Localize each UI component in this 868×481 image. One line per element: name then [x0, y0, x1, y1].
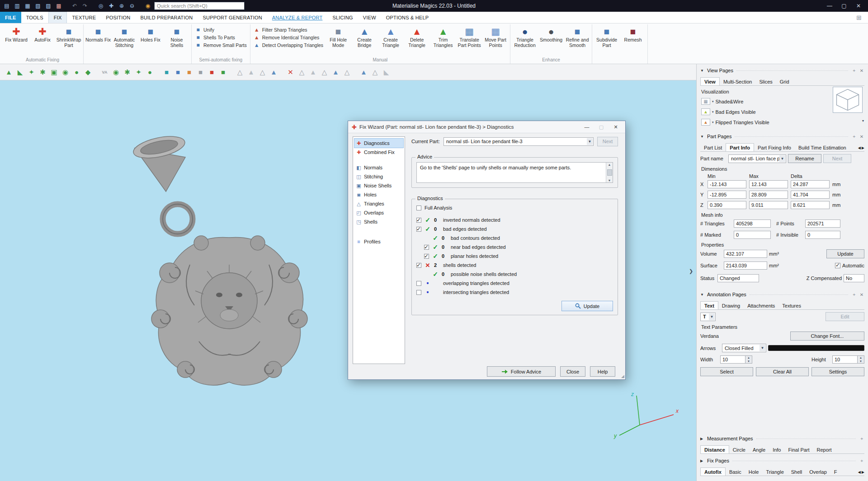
wizard-page-triangles[interactable]: Triangles [354, 199, 403, 208]
shells-to-parts-button[interactable]: Shells To Parts [195, 34, 247, 41]
diagnostic-checkbox[interactable] [416, 263, 421, 268]
menu-build-preparation[interactable]: BUILD PREPARATION [135, 12, 198, 23]
step-down-icon[interactable]: ▼ [858, 360, 864, 363]
marking-tool-icon[interactable]: ■ [184, 67, 194, 78]
wizard-page-combined-fix[interactable]: Combined Fix [354, 148, 403, 157]
part-name-combo[interactable]: normal stl- Lion face pe ▼ [728, 154, 786, 163]
dim-max-field[interactable]: 9.011 [749, 201, 788, 209]
tab-hole[interactable]: Hole [745, 468, 763, 476]
dialog-close-button[interactable]: ✕ [610, 122, 622, 131]
tab-text[interactable]: Text [700, 301, 718, 310]
scroll-thumb[interactable] [607, 169, 612, 176]
dropdown-arrow-icon[interactable]: ▾ [712, 110, 714, 114]
subdivide-part-button[interactable]: Subdivide Part [594, 24, 620, 49]
arrow-color-swatch[interactable] [768, 345, 864, 351]
marking-tool-icon[interactable]: ◉ [111, 67, 121, 78]
wizard-page-shells[interactable]: Shells [354, 217, 403, 226]
dropdown-arrow-icon[interactable]: ▾ [712, 121, 714, 124]
diagnostic-checkbox[interactable] [416, 281, 421, 286]
tab-part-info[interactable]: Part Info [726, 143, 754, 152]
settings-button[interactable]: Settings [811, 367, 864, 376]
measurement-pages-header[interactable]: Measurement Pages ＋ [700, 434, 864, 443]
tab-shell[interactable]: Shell [788, 468, 806, 476]
step-up-icon[interactable]: ▲ [745, 356, 752, 360]
close-icon[interactable]: ✕ [859, 292, 864, 297]
tab-drawing[interactable]: Drawing [718, 302, 744, 309]
follow-advice-button[interactable]: Follow Advice [487, 366, 556, 377]
marking-tool-icon[interactable]: ▲ [269, 67, 279, 78]
marking-tool-icon[interactable]: ✱ [38, 67, 48, 78]
noise-shells-button[interactable]: Noise Shells [164, 24, 190, 49]
automatic-stitching-button[interactable]: Automatic Stitching [111, 24, 137, 49]
zoom-in-icon[interactable]: ⊕ [118, 2, 126, 10]
marking-tool-icon[interactable]: VA [99, 67, 110, 78]
pin-icon[interactable]: ＋ [851, 291, 857, 298]
automatic-checkbox[interactable] [835, 263, 840, 268]
change-font-button[interactable]: Change Font... [790, 332, 864, 341]
create-triangle-button[interactable]: Create Triangle [377, 24, 404, 49]
dialog-minimize-button[interactable]: — [581, 122, 593, 131]
marking-tool-icon[interactable]: ● [71, 67, 82, 78]
marking-tool-icon[interactable]: ◆ [83, 67, 93, 78]
quick-search-icon[interactable]: ◉ [144, 2, 152, 10]
rename-button[interactable]: Rename [788, 154, 821, 163]
marking-tool-icon[interactable]: ✦ [26, 67, 37, 78]
marking-tool-icon[interactable]: ▲ [330, 67, 341, 78]
diagnostic-checkbox[interactable] [416, 290, 421, 295]
menu-fix[interactable]: FIX [48, 12, 67, 23]
diagnostic-checkbox[interactable] [416, 227, 421, 232]
width-value[interactable]: 10 [720, 355, 745, 364]
minimize-button[interactable]: — [823, 1, 836, 11]
panel-expander-icon[interactable]: ❯ [689, 268, 693, 274]
close-dialog-button[interactable]: Close [560, 366, 585, 377]
marking-tool-icon[interactable]: ✦ [133, 67, 144, 78]
dropdown-arrow-icon[interactable]: ▾ [712, 100, 714, 103]
dropdown-arrow-icon[interactable]: ▼ [587, 138, 593, 145]
select-button[interactable]: Select [700, 367, 753, 376]
dropdown-arrow-icon[interactable]: ▼ [779, 155, 785, 162]
tab-part-fixing-info[interactable]: Part Fixing Info [754, 144, 795, 151]
flipped-triangles-visible-option[interactable]: ▾ Flipped Triangles Visible [700, 117, 864, 127]
dim-delta-field[interactable]: 8.621 [791, 201, 830, 209]
fix-pages-header[interactable]: Fix Pages ＋ [700, 456, 864, 465]
marking-tool-icon[interactable]: △ [342, 67, 352, 78]
marked-field[interactable]: 0 [734, 231, 771, 239]
dim-min-field[interactable]: -12.143 [708, 180, 746, 188]
marking-tool-icon[interactable]: △ [235, 67, 245, 78]
triangle-reduction-button[interactable]: Triangle Reduction [512, 24, 538, 49]
diagnostic-checkbox[interactable] [424, 245, 429, 250]
menu-position[interactable]: POSITION [101, 12, 135, 23]
z-compensated-field[interactable]: No [844, 274, 864, 282]
dropdown-arrow-icon[interactable]: ▼ [709, 313, 715, 320]
detect-overlapping-triangles-button[interactable]: Detect Overlapping Triangles [254, 42, 323, 48]
wizard-page-diagnostics[interactable]: Diagnostics [354, 139, 403, 148]
marking-tool-icon[interactable]: ▲ [246, 67, 256, 78]
menu-slicing[interactable]: SLICING [327, 12, 358, 23]
normals-fix-button[interactable]: Normals Fix [85, 24, 111, 44]
remove-identical-triangles-button[interactable]: Remove Identical Triangles [254, 34, 323, 41]
move-part-points-button[interactable]: Move Part Points [482, 24, 509, 49]
marking-tool-icon[interactable]: ◣ [381, 67, 392, 78]
fix-wizard-button[interactable]: Fix Wizard [3, 24, 29, 44]
scroll-up-icon[interactable]: ▲ [608, 163, 611, 166]
triangles-field[interactable]: 405298 [734, 219, 771, 228]
dim-max-field[interactable]: 28.809 [749, 191, 788, 199]
refine-and-smooth-button[interactable]: Refine and Smooth [564, 24, 590, 49]
close-icon[interactable]: ✕ [859, 134, 864, 139]
translate-part-points-button[interactable]: Translate Part Points [456, 24, 482, 49]
remesh-button[interactable]: Remesh [620, 24, 646, 44]
dim-min-field[interactable]: 0.390 [708, 201, 746, 209]
text-style-combo[interactable]: T ▼ [700, 313, 716, 321]
collapse-arrow-icon[interactable] [700, 135, 705, 139]
marking-tool-icon[interactable]: ✕ [285, 67, 296, 78]
tab-scroll-right-icon[interactable]: ▶ [862, 470, 864, 474]
help-button[interactable]: Help [590, 366, 615, 377]
tab-multi-section[interactable]: Multi-Section [720, 78, 756, 85]
marking-tool-icon[interactable]: ■ [173, 67, 183, 78]
wizard-page-holes[interactable]: Holes [354, 190, 403, 199]
quick-search-input[interactable] [154, 2, 245, 10]
current-part-combo[interactable]: normal stl- Lion face pendant file-3 ▼ [443, 137, 594, 146]
wizard-page-noise-shells[interactable]: Noise Shells [354, 181, 403, 190]
tab-autofix[interactable]: Autofix [700, 467, 726, 476]
annotation-pages-header[interactable]: Annotation Pages ＋ ✕ [700, 290, 864, 299]
